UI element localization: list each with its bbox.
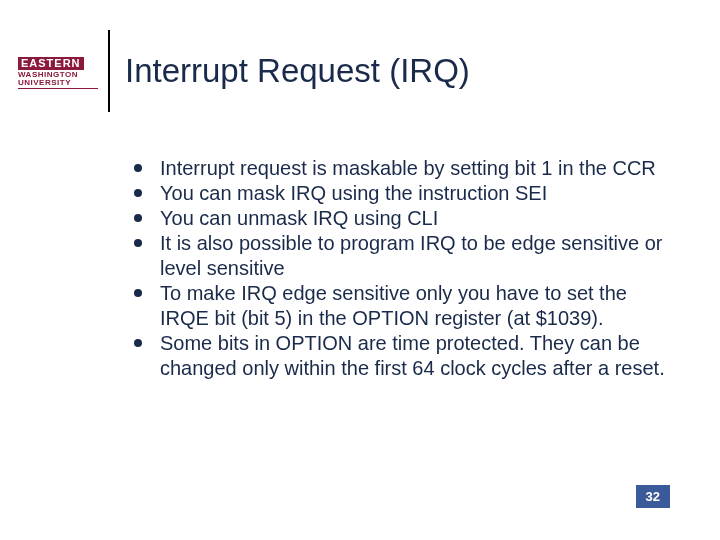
list-item: You can mask IRQ using the instruction S… <box>130 181 670 206</box>
list-item: To make IRQ edge sensitive only you have… <box>130 281 670 331</box>
university-logo: EASTERN WASHINGTON UNIVERSITY <box>18 54 98 89</box>
list-item: It is also possible to program IRQ to be… <box>130 231 670 281</box>
vertical-divider <box>108 30 110 112</box>
slide-content: Interrupt request is maskable by setting… <box>130 156 670 381</box>
page-number: 32 <box>636 485 670 508</box>
logo-line-3: UNIVERSITY <box>18 79 98 89</box>
slide-title: Interrupt Request (IRQ) <box>125 52 470 90</box>
list-item: You can unmask IRQ using CLI <box>130 206 670 231</box>
bullet-list: Interrupt request is maskable by setting… <box>130 156 670 381</box>
logo-line-1: EASTERN <box>18 57 84 70</box>
list-item: Some bits in OPTION are time protected. … <box>130 331 670 381</box>
list-item: Interrupt request is maskable by setting… <box>130 156 670 181</box>
